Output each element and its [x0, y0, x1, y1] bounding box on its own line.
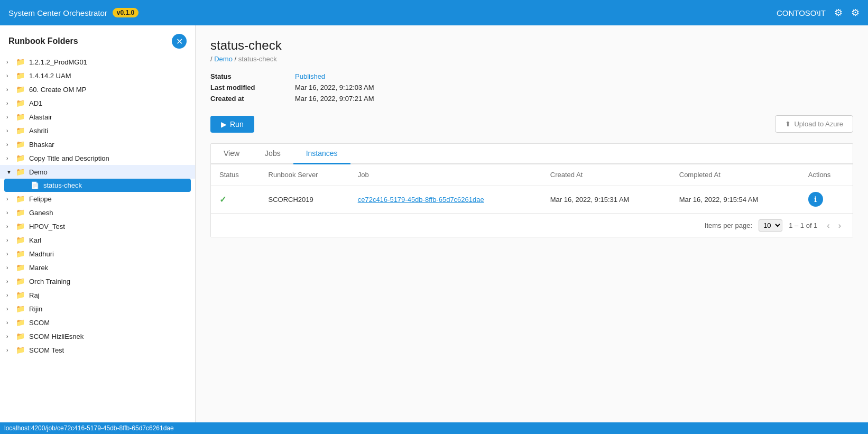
sidebar-item-demo[interactable]: ▼📁Demo	[0, 165, 195, 179]
chevron-icon: ›	[6, 73, 14, 79]
folder-icon: 📁	[16, 71, 25, 80]
sidebar-item-label: Ashriti	[29, 127, 48, 135]
chevron-icon: ›	[6, 87, 14, 93]
table-header-row: StatusRunbook ServerJobCreated AtComplet…	[211, 164, 853, 186]
statusbar: localhost:4200/job/ce72c416-5179-45db-8f…	[0, 422, 868, 434]
folder-icon: 📁	[16, 168, 25, 176]
sidebar-close-button[interactable]: ✕	[172, 34, 187, 49]
chevron-icon: ›	[6, 334, 14, 339]
items-per-page-label: Items per page:	[705, 221, 752, 229]
status-label: Status	[210, 72, 295, 80]
sidebar-item-label: 1.4.14.2 UAM	[29, 72, 71, 80]
sidebar-item-ashriti[interactable]: ›📁Ashriti	[0, 124, 195, 137]
chevron-icon: ›	[6, 128, 14, 134]
upload-to-azure-button[interactable]: ⬆ Upload to Azure	[775, 115, 853, 133]
sidebar-item-label: Karl	[29, 236, 41, 244]
sidebar-item-scom_test[interactable]: ›📁SCOM Test	[0, 343, 195, 357]
cell-runbook-server: SCORCH2019	[260, 186, 349, 214]
sidebar-title: Runbook Folders	[8, 36, 78, 46]
folder-icon: 📁	[16, 85, 25, 94]
pagination-row: Items per page: 10 25 50 1 – 1 of 1 ‹ ›	[211, 214, 853, 237]
sidebar-item-label: Bhaskar	[29, 141, 54, 149]
breadcrumb-current: status-check	[238, 55, 277, 63]
sidebar-item-1_4_14_2[interactable]: ›📁1.4.14.2 UAM	[0, 69, 195, 82]
sidebar-item-scom_hizli[interactable]: ›📁SCOM HizliEsnek	[0, 329, 195, 343]
last-modified-label: Last modified	[210, 84, 295, 91]
folder-icon: 📁	[16, 140, 25, 149]
last-modified-value: Mar 16, 2022, 9:12:03 AM	[295, 84, 374, 91]
gear-icon[interactable]: ⚙	[851, 7, 860, 19]
chevron-icon: ›	[6, 320, 14, 326]
sidebar-item-raj[interactable]: ›📁Raj	[0, 288, 195, 302]
sidebar-item-label: 1.2.1.2_ProdMG01	[29, 58, 87, 66]
folder-icon: 📁	[16, 99, 25, 107]
next-page-button[interactable]: ›	[835, 220, 844, 232]
breadcrumb: / Demo / status-check	[210, 55, 853, 63]
run-button[interactable]: ▶ Run	[210, 116, 254, 133]
tab-jobs[interactable]: Jobs	[252, 144, 293, 164]
chevron-icon: ›	[6, 279, 14, 284]
chevron-icon: ›	[6, 196, 14, 202]
sidebar-header: Runbook Folders ✕	[0, 25, 195, 53]
sidebar-item-hpov_test[interactable]: ›📁HPOV_Test	[0, 219, 195, 233]
topnav-left: System Center Orchestrator v0.1.0	[8, 8, 138, 17]
pagination-range: 1 – 1 of 1	[789, 221, 817, 229]
statusbar-url: localhost:4200/job/ce72c416-5179-45db-8f…	[4, 424, 174, 432]
table-row: ✓SCORCH2019ce72c416-5179-45db-8ffb-65d7c…	[211, 186, 853, 214]
breadcrumb-demo[interactable]: Demo	[214, 55, 233, 63]
table-body: ✓SCORCH2019ce72c416-5179-45db-8ffb-65d7c…	[211, 186, 853, 214]
sidebar-item-ad1[interactable]: ›📁AD1	[0, 96, 195, 110]
sidebar-item-label: 60. Create OM MP	[29, 86, 86, 94]
sidebar-item-marek[interactable]: ›📁Marek	[0, 261, 195, 274]
sidebar-item-bhaskar[interactable]: ›📁Bhaskar	[0, 137, 195, 151]
job-link[interactable]: ce72c416-5179-45db-8ffb-65d7c6261dae	[358, 196, 484, 204]
folder-icon: 📁	[16, 277, 25, 285]
sidebar-item-label: Alastair	[29, 113, 52, 121]
sidebar-item-1_2_1_2[interactable]: ›📁1.2.1.2_ProdMG01	[0, 55, 195, 69]
info-button[interactable]: ℹ	[808, 192, 823, 207]
chevron-icon: ›	[6, 210, 14, 216]
sidebar-item-felippe[interactable]: ›📁Felippe	[0, 192, 195, 206]
cell-job: ce72c416-5179-45db-8ffb-65d7c6261dae	[349, 186, 542, 214]
tab-view[interactable]: View	[211, 144, 252, 164]
folder-icon: 📁	[16, 332, 25, 340]
sidebar-item-alastair[interactable]: ›📁Alastair	[0, 110, 195, 124]
folder-icon: 📁	[16, 222, 25, 230]
sidebar-item-label: Madhuri	[29, 250, 54, 258]
sidebar-item-60_create[interactable]: ›📁60. Create OM MP	[0, 82, 195, 96]
folder-icon: 📁	[16, 236, 25, 244]
sidebar-item-status_check[interactable]: 📄status-check	[4, 179, 191, 192]
prev-page-button[interactable]: ‹	[824, 220, 833, 232]
sidebar-item-copy_title[interactable]: ›📁Copy Title and Description	[0, 151, 195, 165]
action-row: ▶ Run ⬆ Upload to Azure	[210, 115, 853, 133]
folder-icon: 📁	[16, 58, 25, 66]
sidebar-item-madhuri[interactable]: ›📁Madhuri	[0, 247, 195, 261]
created-at-row: Created at Mar 16, 2022, 9:07:21 AM	[210, 95, 853, 103]
sidebar-item-label: Marek	[29, 264, 48, 272]
folder-icon: 📁	[16, 318, 25, 327]
run-button-label: Run	[230, 120, 244, 128]
topnav: System Center Orchestrator v0.1.0 CONTOS…	[0, 0, 868, 25]
items-per-page-select[interactable]: 10 25 50	[759, 219, 782, 232]
folder-icon: 📁	[16, 291, 25, 299]
folder-icon: 📁	[16, 154, 25, 162]
sidebar-list: ›📁1.2.1.2_ProdMG01›📁1.4.14.2 UAM›📁60. Cr…	[0, 53, 195, 434]
chevron-icon: ›	[6, 292, 14, 298]
sidebar-item-label: HPOV_Test	[29, 223, 65, 230]
col-header-status: Status	[211, 164, 260, 186]
sidebar-item-ganesh[interactable]: ›📁Ganesh	[0, 206, 195, 219]
tab-instances[interactable]: Instances	[293, 144, 350, 164]
sidebar-item-karl[interactable]: ›📁Karl	[0, 233, 195, 247]
sidebar-item-orch_training[interactable]: ›📁Orch Training	[0, 274, 195, 288]
sidebar-item-label: SCOM Test	[29, 346, 64, 354]
sidebar-item-label: Copy Title and Description	[29, 154, 109, 162]
folder-icon: 📁	[16, 195, 25, 203]
sidebar-item-rijin[interactable]: ›📁Rijin	[0, 302, 195, 316]
instances-panel: ViewJobsInstances StatusRunbook ServerJo…	[210, 143, 853, 237]
settings-icon[interactable]: ⚙	[834, 7, 843, 19]
sidebar-item-scom[interactable]: ›📁SCOM	[0, 316, 195, 329]
chevron-icon: ›	[6, 155, 14, 161]
version-badge: v0.1.0	[113, 8, 138, 17]
folder-icon: 📁	[16, 250, 25, 258]
chevron-icon: ›	[6, 224, 14, 229]
